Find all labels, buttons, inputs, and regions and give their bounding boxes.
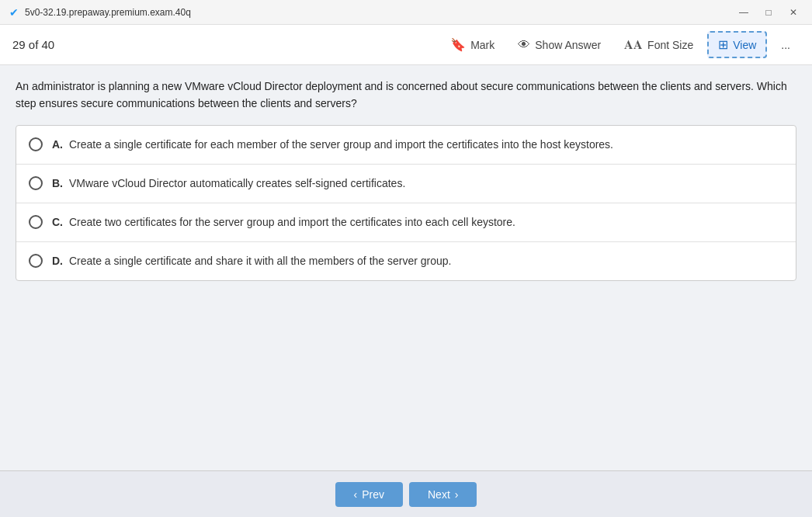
view-icon: ⊞ bbox=[718, 37, 728, 52]
answer-option-c[interactable]: C. Create two certificates for the serve… bbox=[16, 203, 796, 242]
radio-d[interactable] bbox=[29, 254, 43, 268]
app-icon: ✔ bbox=[9, 6, 19, 19]
prev-chevron-icon: ‹ bbox=[354, 488, 358, 501]
toolbar-actions: 🔖 Mark 👁 Show Answer 𝐀𝐀 Font Size ⊞ View… bbox=[441, 31, 800, 58]
mark-label: Mark bbox=[470, 39, 494, 51]
radio-c[interactable] bbox=[29, 215, 43, 229]
answer-option-a[interactable]: A. Create a single certificate for each … bbox=[16, 126, 796, 165]
minimize-button[interactable]: — bbox=[734, 3, 753, 22]
answer-letter-a: A. bbox=[52, 138, 63, 151]
answer-text-b: VMware vCloud Director automatically cre… bbox=[69, 177, 405, 189]
main-content: An administrator is planning a new VMwar… bbox=[0, 65, 812, 470]
font-size-label: Font Size bbox=[647, 39, 693, 51]
answer-letter-c: C. bbox=[52, 216, 63, 228]
font-icon: 𝐀𝐀 bbox=[624, 38, 643, 52]
prev-label: Prev bbox=[362, 488, 384, 501]
answer-text-a: Create a single certificate for each mem… bbox=[69, 138, 613, 151]
window-controls: — □ ✕ bbox=[734, 3, 803, 22]
answer-label-c: C. Create two certificates for the serve… bbox=[52, 214, 515, 231]
radio-b[interactable] bbox=[29, 176, 43, 190]
answer-letter-d: D. bbox=[52, 255, 63, 267]
view-label: View bbox=[733, 39, 756, 51]
next-chevron-icon: › bbox=[455, 488, 459, 501]
radio-a[interactable] bbox=[29, 137, 43, 151]
answers-container: A. Create a single certificate for each … bbox=[16, 125, 796, 281]
answer-label-d: D. Create a single certificate and share… bbox=[52, 253, 451, 269]
next-label: Next bbox=[428, 488, 450, 501]
font-size-button[interactable]: 𝐀𝐀 Font Size bbox=[615, 33, 703, 57]
answer-label-b: B. VMware vCloud Director automatically … bbox=[52, 175, 405, 192]
maximize-button[interactable]: □ bbox=[759, 3, 778, 22]
answer-text-c: Create two certificates for the server g… bbox=[69, 216, 515, 228]
answer-option-d[interactable]: D. Create a single certificate and share… bbox=[16, 242, 796, 280]
window-title: 5v0-32.19.prepaway.premium.exam.40q bbox=[25, 7, 191, 18]
footer: ‹ Prev Next › bbox=[0, 470, 812, 517]
answer-text-d: Create a single certificate and share it… bbox=[69, 255, 452, 267]
show-answer-label: Show Answer bbox=[535, 39, 601, 51]
more-button[interactable]: ... bbox=[772, 34, 800, 56]
view-button[interactable]: ⊞ View bbox=[707, 31, 767, 58]
title-bar: ✔ 5v0-32.19.prepaway.premium.exam.40q — … bbox=[0, 0, 812, 25]
question-progress: 29 of 40 bbox=[12, 38, 54, 51]
next-button[interactable]: Next › bbox=[409, 482, 477, 507]
mark-button[interactable]: 🔖 Mark bbox=[441, 33, 504, 57]
title-bar-left: ✔ 5v0-32.19.prepaway.premium.exam.40q bbox=[9, 6, 191, 19]
answer-letter-b: B. bbox=[52, 177, 63, 189]
eye-icon: 👁 bbox=[518, 38, 530, 52]
answer-label-a: A. Create a single certificate for each … bbox=[52, 137, 613, 153]
question-text: An administrator is planning a new VMwar… bbox=[16, 78, 796, 113]
prev-button[interactable]: ‹ Prev bbox=[335, 482, 403, 507]
close-button[interactable]: ✕ bbox=[784, 3, 803, 22]
show-answer-button[interactable]: 👁 Show Answer bbox=[508, 33, 610, 57]
answer-option-b[interactable]: B. VMware vCloud Director automatically … bbox=[16, 165, 796, 203]
more-icon: ... bbox=[781, 39, 790, 51]
toolbar: 29 of 40 🔖 Mark 👁 Show Answer 𝐀𝐀 Font Si… bbox=[0, 25, 812, 65]
bookmark-icon: 🔖 bbox=[450, 37, 466, 52]
